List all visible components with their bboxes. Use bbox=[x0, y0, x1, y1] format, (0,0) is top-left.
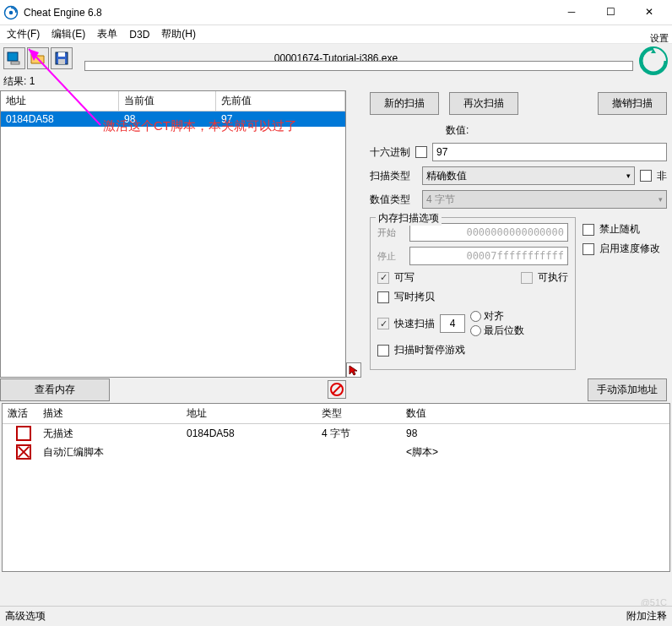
memopt-legend: 内存扫描选项 bbox=[376, 211, 442, 226]
titlebar: Cheat Engine 6.8 ─ ☐ ✕ bbox=[0, 0, 672, 25]
clear-button[interactable] bbox=[328, 380, 346, 399]
close-button[interactable]: ✕ bbox=[630, 0, 669, 25]
fastscan-checkbox[interactable] bbox=[377, 318, 389, 329]
cheat-row[interactable]: 自动汇编脚本 <脚本> bbox=[3, 443, 669, 461]
add-to-list-button[interactable] bbox=[346, 362, 361, 378]
pause-checkbox[interactable] bbox=[377, 345, 389, 357]
advanced-options[interactable]: 高级选项 bbox=[5, 609, 46, 623]
menu-d3d[interactable]: D3D bbox=[129, 29, 149, 41]
svg-line-9 bbox=[333, 385, 341, 394]
settings-label[interactable]: 设置 bbox=[650, 32, 669, 45]
value-label: 数值: bbox=[446, 123, 469, 138]
writable-checkbox[interactable] bbox=[377, 272, 389, 284]
svg-rect-2 bbox=[8, 52, 18, 61]
col-type[interactable]: 类型 bbox=[317, 404, 401, 423]
stop-label: 停止 bbox=[377, 250, 404, 263]
start-label: 开始 bbox=[377, 226, 404, 239]
svg-point-1 bbox=[9, 10, 14, 14]
align-radio[interactable] bbox=[470, 311, 481, 322]
add-comment[interactable]: 附加注释 bbox=[626, 609, 667, 623]
not-checkbox[interactable] bbox=[640, 170, 652, 182]
svg-line-10 bbox=[29, 49, 100, 125]
stop-input[interactable] bbox=[409, 247, 568, 265]
ce-logo-icon[interactable] bbox=[637, 44, 670, 78]
scantype-label: 扫描类型 bbox=[370, 169, 417, 183]
value-input[interactable] bbox=[432, 143, 667, 161]
executable-checkbox[interactable] bbox=[521, 272, 533, 284]
lastdigit-radio[interactable] bbox=[470, 325, 481, 336]
valtype-label: 数值类型 bbox=[370, 193, 417, 207]
new-scan-button[interactable]: 新的扫描 bbox=[370, 92, 439, 115]
norand-checkbox[interactable] bbox=[583, 224, 594, 236]
menu-edit[interactable]: 编辑(E) bbox=[51, 27, 85, 41]
scantype-select[interactable]: 精确数值▾ bbox=[422, 166, 635, 185]
cursor-icon bbox=[348, 364, 360, 376]
hex-checkbox[interactable] bbox=[415, 146, 427, 158]
col-addr2[interactable]: 地址 bbox=[182, 404, 317, 423]
start-input[interactable] bbox=[409, 223, 568, 242]
col-current[interactable]: 当前值 bbox=[119, 91, 216, 111]
col-active[interactable]: 激活 bbox=[3, 404, 38, 423]
progress-bar bbox=[84, 61, 633, 71]
next-scan-button[interactable]: 再次扫描 bbox=[449, 92, 518, 115]
cheat-row[interactable]: 无描述 0184DA58 4 字节 98 bbox=[3, 424, 669, 443]
menu-help[interactable]: 帮助(H) bbox=[161, 27, 196, 41]
undo-scan-button[interactable]: 撤销扫描 bbox=[598, 92, 667, 115]
active-checkbox[interactable] bbox=[16, 444, 31, 460]
window-title: Cheat Engine 6.8 bbox=[24, 7, 552, 19]
maximize-button[interactable]: ☐ bbox=[591, 0, 630, 25]
valtype-select[interactable]: 4 字节▾ bbox=[422, 190, 667, 209]
minimize-button[interactable]: ─ bbox=[552, 0, 591, 25]
view-memory-button[interactable]: 查看内存 bbox=[0, 378, 110, 401]
col-val[interactable]: 数值 bbox=[401, 404, 669, 423]
footer: 高级选项 附加注释 bbox=[0, 606, 672, 626]
hex-label: 十六进制 bbox=[370, 145, 410, 160]
app-icon bbox=[3, 5, 19, 20]
annotation-text: 激活这个CT脚本，本关就可以过了 bbox=[103, 118, 297, 134]
svg-rect-3 bbox=[11, 62, 19, 64]
col-desc[interactable]: 描述 bbox=[38, 404, 182, 423]
manual-add-button[interactable]: 手动添加地址 bbox=[588, 378, 667, 401]
no-entry-icon bbox=[329, 382, 344, 397]
cheat-table: 激活 描述 地址 类型 数值 无描述 0184DA58 4 字节 98 自动汇编… bbox=[2, 403, 670, 572]
menu-file[interactable]: 文件(F) bbox=[7, 27, 40, 41]
col-previous[interactable]: 先前值 bbox=[216, 91, 345, 111]
not-label: 非 bbox=[657, 169, 667, 183]
fastscan-value[interactable] bbox=[440, 314, 465, 333]
cow-checkbox[interactable] bbox=[377, 291, 389, 303]
active-checkbox[interactable] bbox=[16, 426, 31, 441]
speedhack-checkbox[interactable] bbox=[583, 243, 594, 255]
menu-table[interactable]: 表单 bbox=[97, 27, 117, 41]
